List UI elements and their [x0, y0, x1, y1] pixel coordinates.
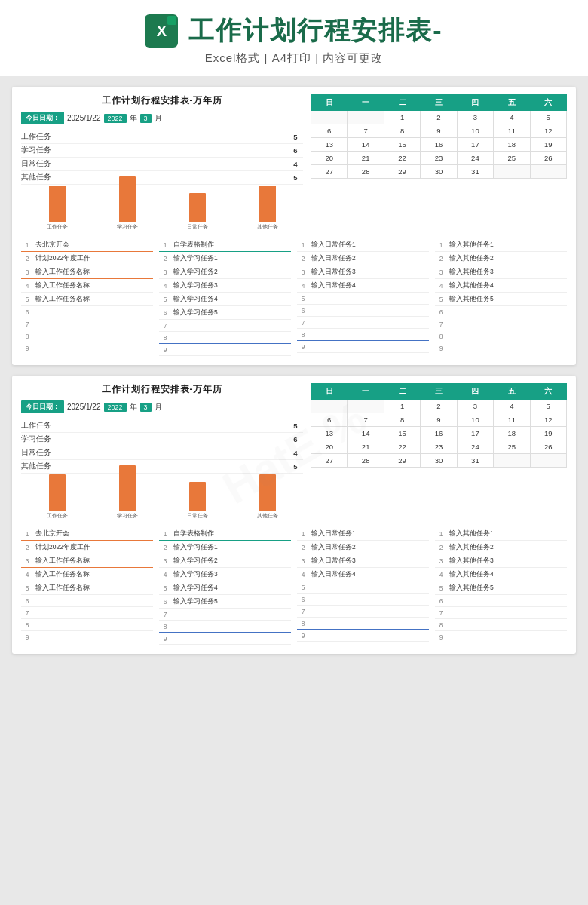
top-section-1: 工作计划行程安排表-万年历 今日日期： 2025/1/22 2022 年 3 月… [21, 94, 567, 231]
bar-group-study-2: 学习任务 [94, 465, 160, 520]
month-unit-1: 月 [155, 113, 162, 124]
list-item-text: 输入工作任务名称 [33, 581, 153, 595]
list-item: 7 [435, 318, 567, 330]
cal-cell: 28 [348, 165, 384, 179]
list-item: 1自学表格制作 [159, 527, 291, 541]
list-item: 1输入其他任务1 [435, 238, 567, 252]
bar-work-1 [49, 186, 66, 222]
task-list-table-study-1: 1自学表格制作2输入学习任务13输入学习任务24输入学习任务35输入学习任务46… [159, 238, 291, 356]
list-item-text [309, 606, 429, 618]
cal-cell: 26 [530, 152, 566, 165]
year-unit-2: 年 [130, 402, 137, 413]
list-item-text [171, 332, 291, 344]
list-item-text: 输入其他任务3 [447, 554, 567, 568]
list-item-text: 自学表格制作 [171, 527, 291, 541]
list-item-num: 9 [435, 342, 447, 354]
list-item-num: 8 [435, 330, 447, 342]
cal-cell: 18 [494, 138, 530, 152]
list-item: 6 [297, 305, 429, 317]
list-item-num: 6 [159, 595, 171, 609]
cal-header-sun-1: 日 [311, 95, 348, 111]
list-item: 3输入日常任务3 [297, 554, 429, 568]
cal-cell: 28 [348, 454, 384, 468]
date-value-2: 2025/1/22 [67, 403, 101, 411]
list-item-text: 输入学习任务5 [171, 306, 291, 320]
cal-cell: 11 [494, 124, 530, 138]
list-item: 3输入其他任务3 [435, 554, 567, 568]
cal-cell: 29 [384, 165, 420, 179]
cal-cell: 10 [457, 124, 493, 138]
list-item-num: 6 [159, 306, 171, 320]
list-item: 1自学表格制作 [159, 238, 291, 252]
list-item: 2输入日常任务2 [297, 541, 429, 554]
sub-title: Excel格式 | A4打印 | 内容可更改 [205, 51, 384, 66]
list-item: 9 [159, 633, 291, 645]
list-item: 3输入日常任务3 [297, 265, 429, 279]
cal-cell: 14 [348, 427, 384, 440]
list-item: 4输入工作任务名称 [21, 568, 153, 581]
list-item-text: 输入工作任务名称 [33, 279, 153, 293]
list-item: 4输入其他任务4 [435, 568, 567, 581]
list-item: 5 [297, 293, 429, 305]
cal-cell: 30 [421, 165, 457, 179]
list-item: 4输入学习任务3 [159, 568, 291, 581]
task-row-other-2: 其他任务 5 [21, 460, 303, 474]
task-row-work-1: 工作任务 5 [21, 130, 303, 144]
task-list-col3-2: 1输入日常任务12输入日常任务23输入日常任务34输入日常任务456789 [297, 527, 429, 645]
list-item-text: 输入学习任务2 [171, 265, 291, 279]
list-item-num: 7 [21, 318, 33, 330]
list-item-num: 3 [297, 554, 309, 568]
list-item: 5输入其他任务5 [435, 293, 567, 306]
list-item-num: 6 [435, 595, 447, 607]
cal-header-mon-2: 一 [348, 384, 384, 400]
list-item: 1输入日常任务1 [297, 527, 429, 541]
task-list-table-other-1: 1输入其他任务12输入其他任务23输入其他任务34输入其他任务45输入其他任务5… [435, 238, 567, 354]
list-item: 7 [159, 320, 291, 332]
list-item-text [171, 609, 291, 621]
task-list-col2-2: 1自学表格制作2输入学习任务13输入学习任务24输入学习任务35输入学习任务46… [159, 527, 291, 645]
list-item-num: 7 [297, 317, 309, 329]
task-rows-1: 工作任务 5 学习任务 6 日常任务 4 其他任务 5 [21, 130, 303, 185]
list-item: 5输入其他任务5 [435, 581, 567, 595]
list-item-text: 去北京开会 [33, 527, 153, 541]
task-list-col4-1: 1输入其他任务12输入其他任务23输入其他任务34输入其他任务45输入其他任务5… [435, 238, 567, 356]
excel-icon: X [145, 14, 178, 48]
bar-group-other-2: 其他任务 [234, 474, 300, 520]
list-item-text: 输入学习任务2 [171, 554, 291, 568]
task-list-table-work-1: 1去北京开会2计划2022年度工作3输入工作任务名称4输入工作任务名称5输入工作… [21, 238, 153, 354]
list-item-num: 3 [159, 265, 171, 279]
cal-cell: 15 [384, 138, 420, 152]
list-item: 4输入学习任务3 [159, 279, 291, 293]
task-list-col1-2: 1去北京开会2计划2022年度工作3输入工作任务名称4输入工作任务名称5输入工作… [21, 527, 153, 645]
list-item-num: 6 [297, 594, 309, 606]
task-list-col2-1: 1自学表格制作2输入学习任务13输入学习任务24输入学习任务35输入学习任务46… [159, 238, 291, 356]
list-item: 8 [297, 329, 429, 341]
list-item-num: 3 [21, 265, 33, 279]
list-item-num: 3 [297, 265, 309, 279]
list-item-text [33, 342, 153, 354]
list-item-num: 6 [21, 306, 33, 318]
cal-cell: 20 [311, 152, 348, 165]
list-item-num: 9 [21, 631, 33, 643]
cal-cell [348, 400, 384, 413]
list-item-num: 1 [435, 527, 447, 541]
cal-cell: 12 [530, 124, 566, 138]
list-item: 1输入日常任务1 [297, 238, 429, 252]
calendar-panel-1: 日 一 二 三 四 五 六 12345678910111213141516171… [311, 94, 567, 231]
bar-group-other-1: 其他任务 [234, 186, 300, 231]
list-item-num: 7 [159, 609, 171, 621]
list-item-num: 6 [21, 595, 33, 607]
list-item-text: 输入日常任务3 [309, 265, 429, 279]
list-item-text [309, 618, 429, 630]
list-item: 2计划2022年度工作 [21, 541, 153, 554]
cal-header-fri-2: 五 [494, 384, 530, 400]
cal-header-thu-2: 四 [457, 384, 493, 400]
list-item-num: 4 [297, 279, 309, 293]
cal-cell: 3 [457, 111, 493, 124]
cal-cell: 13 [311, 138, 348, 152]
list-item-text: 输入日常任务1 [309, 238, 429, 252]
cal-cell: 11 [494, 413, 530, 427]
list-item-num: 5 [435, 581, 447, 595]
list-item-num: 7 [435, 607, 447, 619]
list-item-num: 7 [297, 606, 309, 618]
